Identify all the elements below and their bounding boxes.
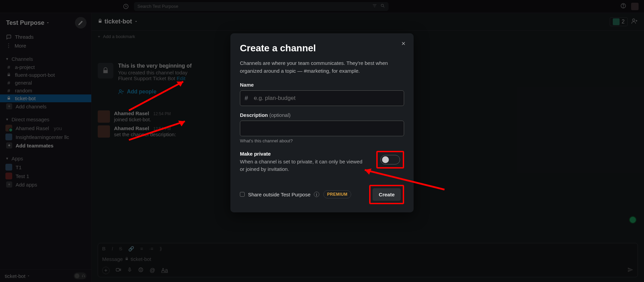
description-field-label: Description (optional) — [240, 112, 404, 118]
modal-title: Create a channel — [240, 43, 404, 54]
modal-description: Channels are where your team communicate… — [240, 59, 404, 75]
make-private-sub: When a channel is set to private, it can… — [240, 158, 368, 173]
annotation-box — [376, 151, 404, 169]
private-toggle[interactable] — [380, 155, 400, 164]
share-outside-label: Share outside Test Purpose — [248, 192, 310, 197]
description-hint: What's this channel about? — [240, 138, 404, 143]
annotation-box: Create — [369, 185, 404, 204]
close-button[interactable] — [401, 41, 406, 48]
info-icon[interactable]: i — [314, 192, 319, 197]
make-private-title: Make private — [240, 151, 368, 157]
share-outside-checkbox[interactable] — [240, 192, 245, 197]
create-channel-modal: Create a channel Channels are where your… — [230, 33, 414, 212]
toggle-knob — [382, 156, 389, 163]
channel-name-input[interactable] — [240, 90, 404, 106]
create-button[interactable]: Create — [373, 188, 401, 201]
channel-description-input[interactable] — [240, 121, 404, 136]
premium-badge: PREMIUM — [323, 190, 351, 198]
hash-icon: # — [245, 94, 248, 102]
name-field-label: Name — [240, 82, 404, 88]
